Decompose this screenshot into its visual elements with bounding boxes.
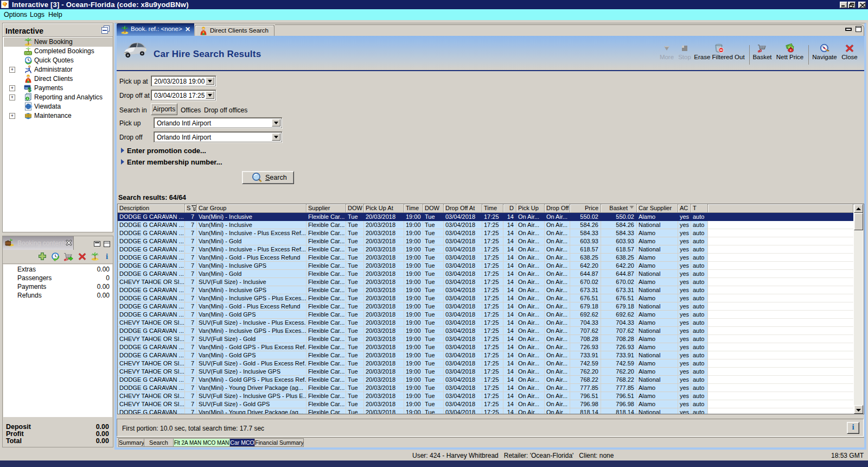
svg-text:$: $ bbox=[28, 86, 31, 92]
